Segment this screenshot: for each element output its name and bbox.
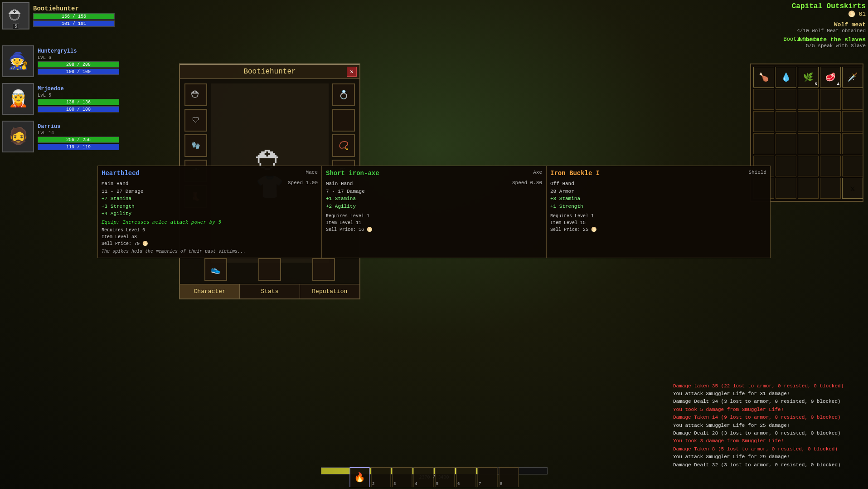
party-mana-text-3: 119 / 119 — [38, 144, 119, 151]
tab-character[interactable]: Character — [180, 284, 240, 298]
inv-slot-30[interactable]: ⚔️ — [842, 178, 863, 199]
tooltip-speed-1: Speed 1.00 — [288, 180, 318, 188]
party-hp-text-2: 136 / 136 — [38, 99, 119, 106]
party-member-1: 🧙 Huntergrylls LvL 6 208 / 208 100 / 100 — [2, 45, 119, 77]
inv-slot-8[interactable] — [798, 89, 819, 110]
equip-slot-empty-bottom-1[interactable] — [258, 258, 281, 281]
tooltip-flavor-1: The spikes hold the memories of their pa… — [102, 249, 318, 254]
tooltip-type-3: Shield — [748, 170, 766, 175]
inv-slot-2[interactable]: 💧 — [776, 67, 796, 88]
log-line-5: Damage Taken 14 (9 lost to armor, 0 resi… — [673, 414, 863, 421]
tab-stats[interactable]: Stats — [240, 284, 300, 298]
tooltip-special-1: Equip: Increases melee attack power by 5 — [102, 220, 318, 225]
log-line-1: Damage taken 35 (22 lost to armor, 0 res… — [673, 383, 863, 390]
action-slot-8[interactable]: 8 — [499, 467, 519, 487]
log-line-3: Damage Dealt 34 (3 lost to armor, 0 resi… — [673, 398, 863, 405]
inv-slot-17[interactable] — [776, 133, 796, 154]
log-line-10: You attack Smuggler Life for 29 damage! — [673, 454, 863, 460]
tab-reputation[interactable]: Reputation — [300, 284, 359, 298]
party-level-3: LvL 14 — [38, 131, 119, 136]
inv-slot-23[interactable] — [798, 156, 819, 176]
inv-slot-11[interactable] — [753, 111, 774, 132]
action-slot-4[interactable]: 4 — [413, 467, 433, 487]
inv-slot-10[interactable] — [842, 89, 863, 110]
inv-slot-25[interactable] — [842, 156, 863, 176]
inv-slot-18[interactable] — [798, 133, 819, 154]
quest-progress-2: 5/5 speak with Slave — [792, 43, 866, 49]
inv-slot-16[interactable] — [753, 133, 774, 154]
tooltip-sell-2: Sell Price: 16 🌕 — [326, 226, 542, 233]
log-line-6: You attack Smuggler Life for 25 damage! — [673, 422, 863, 429]
tooltip-req-2: Requires Level 1 — [326, 213, 542, 220]
equip-slot-ring[interactable]: 💍 — [332, 83, 355, 106]
inv-slot-1[interactable]: 🍗 — [753, 67, 774, 88]
party-hp-bar-1: 208 / 208 — [38, 61, 119, 68]
inv-slot-28[interactable] — [798, 178, 819, 199]
tooltip-stat-2a: +1 Stamina — [326, 195, 542, 203]
inv-slot-4[interactable]: 🥩4 — [820, 67, 841, 88]
equip-slot-chest[interactable]: 🛡 — [184, 109, 207, 132]
inv-slot-12[interactable] — [776, 111, 796, 132]
inv-slot-20[interactable] — [842, 133, 863, 154]
action-slot-1[interactable]: 🔥 — [349, 467, 369, 487]
action-slot-5[interactable]: 5 — [435, 467, 455, 487]
party-mana-bar-3: 119 / 119 — [38, 144, 119, 150]
inv-slot-13[interactable] — [798, 111, 819, 132]
inv-slot-19[interactable] — [820, 133, 841, 154]
equip-slot-neck[interactable]: 📿 — [332, 134, 355, 157]
inv-slot-9[interactable] — [820, 89, 841, 110]
quest-progress-1: 4/10 Wolf Meat obtained — [792, 28, 866, 34]
inv-slot-22[interactable] — [776, 156, 796, 176]
action-slot-2[interactable]: 2 — [371, 467, 391, 487]
player-name: Bootiehunter — [33, 5, 115, 12]
tooltip-ironaxe: Short iron-axe Axe Main-Hand Speed 0.80 … — [322, 166, 546, 258]
char-bottom-equip: 👟 — [180, 256, 359, 283]
tooltip-stat-3b: +1 Strength — [550, 203, 766, 210]
action-slot-6[interactable]: 6 — [456, 467, 476, 487]
log-line-7: Damage Dealt 28 (3 lost to armor, 0 resi… — [673, 430, 863, 437]
tooltip-ilvl-1: Item Level 58 — [102, 234, 318, 240]
tooltip-stat-1b: +3 Strength — [102, 203, 318, 210]
inv-slot-5[interactable]: 🗡️ — [842, 67, 863, 88]
tooltip-stat-1a: +7 Stamina — [102, 195, 318, 203]
action-bar: 🔥 2 3 4 5 6 7 8 — [348, 465, 520, 489]
tooltip-damage-1: 11 - 27 Damage — [102, 188, 318, 196]
player-hp-bar: 156 / 156 — [33, 13, 115, 20]
inv-slot-29[interactable] — [820, 178, 841, 199]
inv-slot-6[interactable] — [753, 89, 774, 110]
inv-slot-15[interactable] — [842, 111, 863, 132]
party-hp-text-1: 208 / 208 — [38, 62, 119, 68]
action-slot-3[interactable]: 3 — [392, 467, 412, 487]
inv-slot-7[interactable] — [776, 89, 796, 110]
equip-slot-hands[interactable]: 🧤 — [184, 134, 207, 157]
equip-slot-empty-bottom-2[interactable] — [312, 258, 335, 281]
tooltip-ilvl-3: Item Level 15 — [550, 220, 766, 226]
tooltip-area: Heartbleed Mace Main-Hand Speed 1.00 11 … — [97, 166, 771, 258]
inv-slot-3[interactable]: 🌿5 — [798, 67, 819, 88]
party-avatar-3: 🧔 — [2, 121, 34, 152]
location-name: Capital Outskirts — [792, 2, 866, 10]
equip-slot-head[interactable]: ⛑ — [184, 83, 207, 106]
party-avatar-1: 🧙 — [2, 45, 34, 77]
player-avatar: ⛑ 5 — [2, 2, 29, 29]
character-close-button[interactable]: ✕ — [347, 67, 357, 77]
tooltip-stat-2b: +2 Agility — [326, 203, 542, 210]
tooltip-sell-1: Sell Price: 70 🌕 — [102, 240, 318, 247]
tooltip-name-2: Short iron-axe — [326, 170, 379, 177]
character-window-title: Bootiehunter — [180, 65, 359, 79]
party-mana-bar-2: 100 / 100 — [38, 106, 119, 112]
party-level-2: LvL 5 — [38, 93, 119, 98]
action-slot-7[interactable]: 7 — [477, 467, 497, 487]
npc-label: Bootiehunter — [784, 36, 823, 43]
party-name-2: Mrjoedoe — [38, 86, 119, 92]
inv-slot-24[interactable] — [820, 156, 841, 176]
equip-slot-boots[interactable]: 👟 — [204, 258, 227, 281]
log-line-8: You took 3 damage from Smuggler Life! — [673, 438, 863, 445]
tooltip-heartbleed: Heartbleed Mace Main-Hand Speed 1.00 11 … — [97, 166, 322, 258]
inv-slot-27[interactable] — [776, 178, 796, 199]
tooltip-type-2: Axe — [533, 170, 542, 175]
equip-slot-empty-1[interactable] — [332, 109, 355, 132]
inv-slot-14[interactable] — [820, 111, 841, 132]
tooltip-damage-2: 7 - 17 Damage — [326, 188, 542, 196]
player-hp-text: 156 / 156 — [34, 14, 114, 20]
